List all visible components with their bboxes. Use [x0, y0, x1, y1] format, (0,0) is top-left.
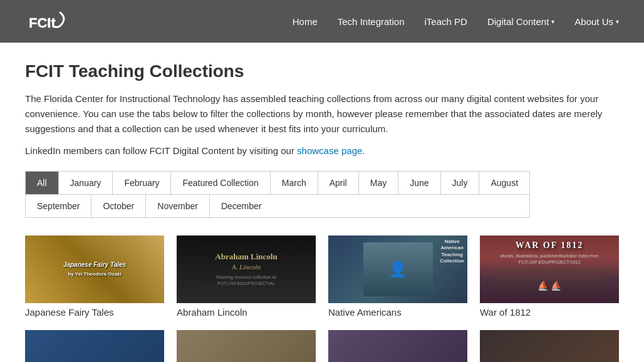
filter-tab-may[interactable]: May	[359, 172, 398, 194]
filter-tabs-row2: SeptemberOctoberNovemberDecember	[26, 195, 529, 217]
collection-item-item-5[interactable]	[25, 330, 164, 362]
filter-tab-december[interactable]: December	[210, 195, 273, 217]
collection-item-war-of-1812[interactable]: WAR OF 1812 Murals, illustrations, publi…	[480, 235, 619, 318]
collections-grid: Japanese Fairy Tales by Yei Theodora Oza…	[25, 235, 619, 362]
nav-digital-content[interactable]: Digital Content ▾	[487, 16, 554, 27]
intro-paragraph: The Florida Center for Instructional Tec…	[25, 91, 619, 137]
site-logo[interactable]: FCIt	[25, 6, 70, 37]
filter-tab-november[interactable]: November	[146, 195, 210, 217]
filter-tabs-row1: AllJanuaryFebruaryFeatured CollectionMar…	[26, 172, 529, 195]
nav-home[interactable]: Home	[293, 16, 318, 27]
nav-iteach-pd[interactable]: iTeach PD	[425, 16, 467, 27]
filter-tabs-container: AllJanuaryFebruaryFeatured CollectionMar…	[25, 171, 530, 218]
linkedin-paragraph: LinkedIn members can follow FCIT Digital…	[25, 145, 619, 156]
collection-thumb-japanese-fairy-tales: Japanese Fairy Tales by Yei Theodora Oza…	[25, 235, 164, 303]
collection-thumb-item-6	[177, 330, 316, 362]
about-us-chevron-icon: ▾	[616, 18, 619, 25]
collection-thumb-item-7	[328, 330, 467, 362]
collection-item-abraham-lincoln[interactable]: Abraham Lincoln A. Lincoln Teaching reso…	[177, 235, 316, 318]
main-content: FCIT Teaching Collections The Florida Ce…	[0, 43, 644, 362]
nav-tech-integration[interactable]: Tech Integration	[338, 16, 405, 27]
filter-tab-july[interactable]: July	[441, 172, 480, 194]
collection-item-japanese-fairy-tales[interactable]: Japanese Fairy Tales by Yei Theodora Oza…	[25, 235, 164, 318]
collection-thumb-war-of-1812: WAR OF 1812 Murals, illustrations, publi…	[480, 235, 619, 303]
collection-label-abraham-lincoln: Abraham Lincoln	[177, 307, 316, 318]
filter-tab-april[interactable]: April	[318, 172, 359, 194]
collection-item-item-8[interactable]	[480, 330, 619, 362]
collection-label-war-of-1812: War of 1812	[480, 307, 619, 318]
filter-tab-august[interactable]: August	[479, 172, 529, 194]
page-title: FCIT Teaching Collections	[25, 61, 619, 81]
collection-item-item-6[interactable]	[177, 330, 316, 362]
linkedin-text-before: LinkedIn members can follow FCIT Digital…	[25, 145, 297, 156]
svg-text:FCIt: FCIt	[29, 15, 56, 31]
nav-about-us[interactable]: About Us ▾	[574, 16, 619, 27]
filter-tab-october[interactable]: October	[91, 195, 146, 217]
site-header: FCIt Home Tech Integration iTeach PD Dig…	[0, 0, 644, 43]
showcase-page-link[interactable]: showcase page	[297, 145, 362, 156]
filter-tab-march[interactable]: March	[271, 172, 318, 194]
main-nav: Home Tech Integration iTeach PD Digital …	[293, 16, 619, 27]
filter-tab-february[interactable]: February	[113, 172, 171, 194]
filter-tab-january[interactable]: January	[59, 172, 113, 194]
collection-thumb-item-5	[25, 330, 164, 362]
digital-content-chevron-icon: ▾	[551, 18, 554, 25]
collection-label-japanese-fairy-tales: Japanese Fairy Tales	[25, 307, 164, 318]
collection-item-item-7[interactable]	[328, 330, 467, 362]
filter-tab-september[interactable]: September	[26, 195, 91, 217]
filter-tab-all[interactable]: All	[26, 172, 59, 194]
collection-label-native-americans: Native Americans	[328, 307, 467, 318]
collection-thumb-item-8	[480, 330, 619, 362]
collection-item-native-americans[interactable]: NativeAmericanTeachingCollection 👤 Nativ…	[328, 235, 467, 318]
collection-thumb-native-americans: NativeAmericanTeachingCollection 👤	[328, 235, 467, 303]
collection-thumb-abraham-lincoln: Abraham Lincoln A. Lincoln Teaching reso…	[177, 235, 316, 303]
filter-tab-featured-collection[interactable]: Featured Collection	[171, 172, 270, 194]
linkedin-text-after: .	[362, 145, 365, 156]
filter-tab-june[interactable]: June	[398, 172, 440, 194]
